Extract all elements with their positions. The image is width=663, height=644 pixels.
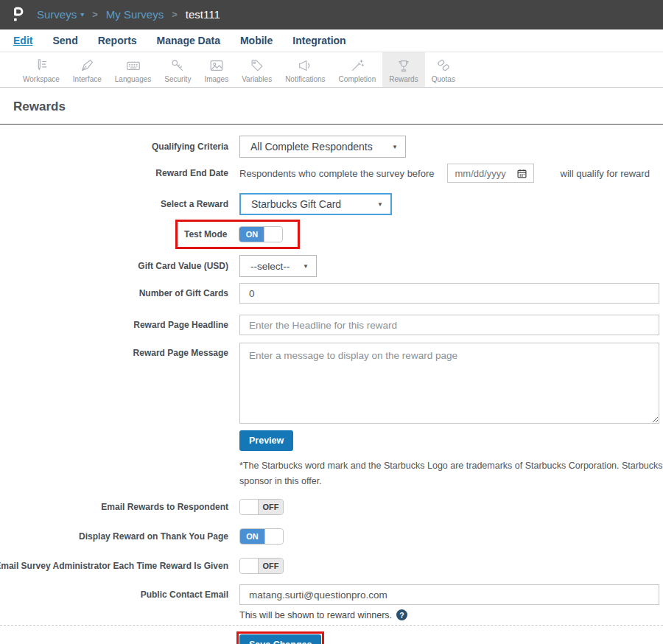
tab-send[interactable]: Send	[52, 35, 77, 46]
reward-end-date-suffix-text: will qualify for reward	[561, 168, 650, 179]
toggle-knob	[264, 227, 282, 242]
reward-page-message-textarea[interactable]	[239, 343, 659, 424]
breadcrumb-separator-icon: >	[92, 9, 98, 20]
reward-page-headline-row: Reward Page Headline	[0, 315, 663, 335]
tab-manage-data[interactable]: Manage Data	[157, 35, 220, 46]
toggle-knob	[264, 529, 283, 544]
public-contact-email-label: Public Contact Email	[141, 584, 228, 600]
tab-reports[interactable]: Reports	[98, 35, 137, 46]
toolbar-item-notifications[interactable]: Notifications	[278, 52, 332, 87]
display-reward-toggle[interactable]: ON	[239, 528, 284, 545]
pen-icon	[79, 57, 95, 74]
test-mode-row: Test Mode ON	[0, 220, 663, 249]
select-reward-row: Select a Reward Starbucks Gift Card ▼	[0, 193, 663, 215]
qualifying-criteria-select[interactable]: All Complete Respondents ▼	[239, 136, 406, 158]
chevron-down-icon: ▼	[392, 144, 398, 150]
public-contact-email-helper: This will be shown to reward winners. ?	[239, 609, 663, 620]
tab-mobile[interactable]: Mobile	[240, 35, 273, 46]
toolbar-item-languages[interactable]: Languages	[108, 52, 158, 87]
reward-page-headline-input[interactable]	[239, 315, 659, 335]
toolbar-item-workspace[interactable]: Workspace	[16, 52, 66, 87]
trophy-icon	[396, 57, 412, 74]
reward-page-message-row: Reward Page Message	[0, 343, 663, 427]
key-icon	[169, 57, 186, 74]
starbucks-disclaimer-text: *The Starbucks word mark and the Starbuc…	[239, 458, 663, 489]
questionpro-logo-icon[interactable]	[10, 6, 27, 24]
chevron-down-icon: ▼	[303, 263, 309, 270]
reward-end-date-input-wrap	[447, 164, 534, 183]
top-header-bar: Surveys ▾ > My Surveys > test111	[0, 0, 663, 29]
gift-card-value-row: Gift Card Value (USD) --select-- ▼	[0, 255, 663, 277]
chain-links-icon	[435, 57, 452, 74]
breadcrumb-separator-icon: >	[172, 9, 178, 20]
email-rewards-row: Email Rewards to Respondent OFF	[0, 499, 663, 515]
help-icon[interactable]: ?	[396, 609, 407, 620]
display-reward-label: Display Reward on Thank You Page	[79, 531, 228, 542]
main-nav-tabs: Edit Send Reports Manage Data Mobile Int…	[0, 29, 663, 52]
disclaimer-row: *The Starbucks word mark and the Starbuc…	[0, 458, 663, 489]
public-contact-email-input[interactable]	[239, 584, 659, 605]
chevron-down-icon[interactable]: ▾	[80, 10, 84, 18]
save-annotation-box: Save Changes	[236, 631, 324, 644]
public-contact-email-row: Public Contact Email This will be shown …	[0, 584, 663, 620]
toggle-knob	[240, 500, 259, 514]
chevron-down-icon: ▼	[377, 201, 383, 208]
reward-end-date-prefix-text: Respondents who complete the survey befo…	[239, 168, 435, 179]
reward-page-message-label: Reward Page Message	[133, 343, 228, 358]
number-of-gift-cards-label: Number of Gift Cards	[139, 288, 228, 298]
gift-card-value-select[interactable]: --select-- ▼	[239, 255, 317, 277]
save-changes-button[interactable]: Save Changes	[239, 634, 321, 644]
email-admin-toggle[interactable]: OFF	[239, 558, 284, 574]
toolbar-item-interface[interactable]: Interface	[66, 52, 108, 87]
test-mode-toggle[interactable]: ON	[239, 226, 283, 242]
toolbar-item-completion[interactable]: Completion	[332, 52, 383, 87]
number-of-gift-cards-input[interactable]	[239, 283, 659, 304]
email-rewards-label: Email Rewards to Respondent	[101, 502, 228, 512]
toolbar-item-images[interactable]: Images	[197, 52, 235, 87]
email-rewards-toggle[interactable]: OFF	[239, 499, 284, 515]
toolbar-item-security[interactable]: Security	[158, 52, 197, 87]
gift-card-value-label: Gift Card Value (USD)	[138, 261, 228, 271]
edit-section-toolbar: Workspace Interface Languages Security I…	[0, 52, 663, 88]
email-admin-row: Email Survey Administrator Each Time Rew…	[0, 558, 663, 574]
email-admin-label: Email Survey Administrator Each Time Rew…	[0, 561, 228, 571]
reward-end-date-label: Reward End Date	[155, 168, 228, 178]
qualifying-criteria-label: Qualifying Criteria	[152, 141, 228, 152]
toolbar-item-variables[interactable]: Variables	[235, 52, 278, 87]
test-mode-label: Test Mode	[184, 229, 227, 239]
toggle-knob	[240, 559, 259, 573]
display-reward-row: Display Reward on Thank You Page ON	[0, 528, 663, 545]
breadcrumb-current-survey: test111	[186, 8, 220, 21]
image-icon	[208, 57, 225, 74]
tag-icon	[249, 57, 265, 74]
toolbar-item-rewards[interactable]: Rewards	[382, 52, 424, 87]
test-mode-annotation-box: Test Mode ON	[175, 220, 300, 249]
breadcrumb-surveys[interactable]: Surveys	[37, 8, 77, 21]
keyboard-icon	[125, 57, 141, 74]
magic-wand-icon	[349, 57, 365, 74]
preview-row: Preview	[0, 430, 663, 451]
qualifying-criteria-row: Qualifying Criteria All Complete Respond…	[0, 136, 663, 158]
save-section: Save Changes	[0, 625, 663, 644]
tab-integration[interactable]: Integration	[292, 35, 345, 46]
preview-button[interactable]: Preview	[239, 430, 293, 451]
calendar-icon[interactable]	[516, 168, 527, 179]
rewards-form: Qualifying Criteria All Complete Respond…	[0, 125, 663, 644]
reward-end-date-row: Reward End Date Respondents who complete…	[0, 164, 663, 183]
tab-edit[interactable]: Edit	[13, 35, 32, 46]
megaphone-icon	[297, 57, 313, 74]
pencil-list-icon	[33, 57, 49, 74]
reward-end-date-input[interactable]	[455, 168, 513, 179]
page-title: Rewards	[0, 88, 663, 124]
reward-page-headline-label: Reward Page Headline	[133, 320, 228, 330]
select-reward-label: Select a Reward	[161, 199, 228, 209]
breadcrumb-my-surveys[interactable]: My Surveys	[106, 8, 164, 21]
select-reward-select[interactable]: Starbucks Gift Card ▼	[239, 193, 392, 215]
number-of-gift-cards-row: Number of Gift Cards	[0, 283, 663, 304]
toolbar-item-quotas[interactable]: Quotas	[425, 52, 462, 87]
